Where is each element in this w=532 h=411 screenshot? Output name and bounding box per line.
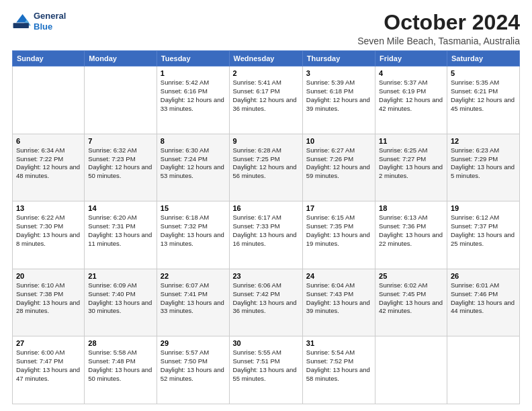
day-detail: Sunrise: 5:57 AM Sunset: 7:50 PM Dayligh… xyxy=(161,349,226,383)
day-number: 1 xyxy=(161,69,226,77)
day-detail: Sunrise: 6:13 AM Sunset: 7:36 PM Dayligh… xyxy=(379,214,443,248)
day-detail: Sunrise: 6:12 AM Sunset: 7:37 PM Dayligh… xyxy=(451,214,516,248)
day-detail: Sunrise: 6:25 AM Sunset: 7:27 PM Dayligh… xyxy=(379,146,443,181)
day-detail: Sunrise: 6:27 AM Sunset: 7:26 PM Dayligh… xyxy=(306,146,371,181)
day-cell: 22Sunrise: 6:07 AM Sunset: 7:41 PM Dayli… xyxy=(157,269,229,336)
logo-line2: Blue xyxy=(34,21,66,32)
day-cell: 19Sunrise: 6:12 AM Sunset: 7:37 PM Dayli… xyxy=(447,201,519,269)
day-detail: Sunrise: 6:09 AM Sunset: 7:40 PM Dayligh… xyxy=(88,281,152,316)
day-detail: Sunrise: 6:22 AM Sunset: 7:30 PM Dayligh… xyxy=(16,214,81,248)
day-detail: Sunrise: 5:37 AM Sunset: 6:19 PM Dayligh… xyxy=(379,79,443,113)
day-cell: 9Sunrise: 6:28 AM Sunset: 7:25 PM Daylig… xyxy=(229,134,302,201)
day-number: 23 xyxy=(233,272,299,280)
day-cell: 6Sunrise: 6:34 AM Sunset: 7:22 PM Daylig… xyxy=(13,134,85,201)
logo-icon xyxy=(12,12,31,31)
day-cell: 11Sunrise: 6:25 AM Sunset: 7:27 PM Dayli… xyxy=(375,134,447,201)
calendar: SundayMondayTuesdayWednesdayThursdayFrid… xyxy=(12,50,520,404)
svg-rect-2 xyxy=(13,23,29,28)
day-number: 9 xyxy=(233,137,299,145)
day-number: 22 xyxy=(161,272,226,280)
day-detail: Sunrise: 6:01 AM Sunset: 7:46 PM Dayligh… xyxy=(451,281,516,316)
day-cell: 23Sunrise: 6:06 AM Sunset: 7:42 PM Dayli… xyxy=(229,269,302,336)
header: General Blue October 2024 Seven Mile Bea… xyxy=(12,11,520,46)
day-detail: Sunrise: 6:02 AM Sunset: 7:45 PM Dayligh… xyxy=(379,281,443,316)
weekday-saturday: Saturday xyxy=(447,51,519,66)
day-cell xyxy=(375,336,447,404)
day-cell: 8Sunrise: 6:30 AM Sunset: 7:24 PM Daylig… xyxy=(157,134,229,201)
weekday-sunday: Sunday xyxy=(13,51,85,66)
day-cell: 12Sunrise: 6:23 AM Sunset: 7:29 PM Dayli… xyxy=(447,134,519,201)
day-cell: 27Sunrise: 6:00 AM Sunset: 7:47 PM Dayli… xyxy=(13,336,85,404)
weekday-thursday: Thursday xyxy=(302,51,375,66)
calendar-header: SundayMondayTuesdayWednesdayThursdayFrid… xyxy=(13,51,520,66)
day-detail: Sunrise: 6:32 AM Sunset: 7:23 PM Dayligh… xyxy=(88,146,152,181)
day-number: 21 xyxy=(88,272,152,280)
day-cell: 28Sunrise: 5:58 AM Sunset: 7:48 PM Dayli… xyxy=(85,336,157,404)
subtitle: Seven Mile Beach, Tasmania, Australia xyxy=(357,36,520,46)
main-title: October 2024 xyxy=(357,11,520,34)
weekday-wednesday: Wednesday xyxy=(229,51,302,66)
day-detail: Sunrise: 6:04 AM Sunset: 7:43 PM Dayligh… xyxy=(306,281,371,316)
day-cell: 1Sunrise: 5:42 AM Sunset: 6:16 PM Daylig… xyxy=(157,66,229,134)
day-number: 4 xyxy=(379,69,443,77)
day-detail: Sunrise: 6:07 AM Sunset: 7:41 PM Dayligh… xyxy=(161,281,226,316)
day-cell: 15Sunrise: 6:18 AM Sunset: 7:32 PM Dayli… xyxy=(157,201,229,269)
day-number: 18 xyxy=(379,204,443,212)
day-cell: 24Sunrise: 6:04 AM Sunset: 7:43 PM Dayli… xyxy=(302,269,375,336)
day-detail: Sunrise: 6:28 AM Sunset: 7:25 PM Dayligh… xyxy=(233,146,299,181)
weekday-tuesday: Tuesday xyxy=(157,51,229,66)
day-detail: Sunrise: 6:18 AM Sunset: 7:32 PM Dayligh… xyxy=(161,214,226,248)
day-number: 25 xyxy=(379,272,443,280)
day-number: 16 xyxy=(233,204,299,212)
day-number: 8 xyxy=(161,137,226,145)
day-number: 13 xyxy=(16,204,81,212)
day-detail: Sunrise: 5:54 AM Sunset: 7:52 PM Dayligh… xyxy=(306,349,371,383)
day-cell: 30Sunrise: 5:55 AM Sunset: 7:51 PM Dayli… xyxy=(229,336,302,404)
day-cell: 18Sunrise: 6:13 AM Sunset: 7:36 PM Dayli… xyxy=(375,201,447,269)
day-cell: 3Sunrise: 5:39 AM Sunset: 6:18 PM Daylig… xyxy=(302,66,375,134)
day-number: 6 xyxy=(16,137,81,145)
day-cell: 7Sunrise: 6:32 AM Sunset: 7:23 PM Daylig… xyxy=(85,134,157,201)
weekday-friday: Friday xyxy=(375,51,447,66)
day-cell: 21Sunrise: 6:09 AM Sunset: 7:40 PM Dayli… xyxy=(85,269,157,336)
page: General Blue October 2024 Seven Mile Bea… xyxy=(0,0,532,411)
day-number: 7 xyxy=(88,137,152,145)
day-cell: 25Sunrise: 6:02 AM Sunset: 7:45 PM Dayli… xyxy=(375,269,447,336)
day-cell: 14Sunrise: 6:20 AM Sunset: 7:31 PM Dayli… xyxy=(85,201,157,269)
logo-line1: General xyxy=(34,11,66,21)
day-number: 11 xyxy=(379,137,443,145)
day-detail: Sunrise: 6:20 AM Sunset: 7:31 PM Dayligh… xyxy=(88,214,152,248)
week-row-2: 6Sunrise: 6:34 AM Sunset: 7:22 PM Daylig… xyxy=(13,134,520,201)
day-number: 20 xyxy=(16,272,81,280)
weekday-monday: Monday xyxy=(85,51,157,66)
day-detail: Sunrise: 5:58 AM Sunset: 7:48 PM Dayligh… xyxy=(88,349,152,383)
day-number: 2 xyxy=(233,69,299,77)
day-number: 17 xyxy=(306,204,371,212)
logo-text: General Blue xyxy=(34,11,66,32)
day-cell: 29Sunrise: 5:57 AM Sunset: 7:50 PM Dayli… xyxy=(157,336,229,404)
week-row-5: 27Sunrise: 6:00 AM Sunset: 7:47 PM Dayli… xyxy=(13,336,520,404)
day-cell: 5Sunrise: 5:35 AM Sunset: 6:21 PM Daylig… xyxy=(447,66,519,134)
day-cell: 20Sunrise: 6:10 AM Sunset: 7:38 PM Dayli… xyxy=(13,269,85,336)
day-cell: 4Sunrise: 5:37 AM Sunset: 6:19 PM Daylig… xyxy=(375,66,447,134)
day-number: 26 xyxy=(451,272,516,280)
day-number: 3 xyxy=(306,69,371,77)
day-detail: Sunrise: 5:55 AM Sunset: 7:51 PM Dayligh… xyxy=(233,349,299,383)
day-number: 31 xyxy=(306,339,371,347)
day-detail: Sunrise: 6:00 AM Sunset: 7:47 PM Dayligh… xyxy=(16,349,81,383)
day-detail: Sunrise: 6:06 AM Sunset: 7:42 PM Dayligh… xyxy=(233,281,299,316)
week-row-4: 20Sunrise: 6:10 AM Sunset: 7:38 PM Dayli… xyxy=(13,269,520,336)
day-number: 29 xyxy=(161,339,226,347)
logo: General Blue xyxy=(12,11,66,32)
day-number: 30 xyxy=(233,339,299,347)
day-detail: Sunrise: 6:23 AM Sunset: 7:29 PM Dayligh… xyxy=(451,146,516,181)
day-number: 15 xyxy=(161,204,226,212)
day-detail: Sunrise: 5:42 AM Sunset: 6:16 PM Dayligh… xyxy=(161,79,226,113)
day-detail: Sunrise: 6:10 AM Sunset: 7:38 PM Dayligh… xyxy=(16,281,81,316)
title-block: October 2024 Seven Mile Beach, Tasmania,… xyxy=(357,11,520,46)
day-detail: Sunrise: 6:15 AM Sunset: 7:35 PM Dayligh… xyxy=(306,214,371,248)
day-detail: Sunrise: 5:35 AM Sunset: 6:21 PM Dayligh… xyxy=(451,79,516,113)
day-cell: 10Sunrise: 6:27 AM Sunset: 7:26 PM Dayli… xyxy=(302,134,375,201)
day-cell xyxy=(13,66,85,134)
week-row-3: 13Sunrise: 6:22 AM Sunset: 7:30 PM Dayli… xyxy=(13,201,520,269)
